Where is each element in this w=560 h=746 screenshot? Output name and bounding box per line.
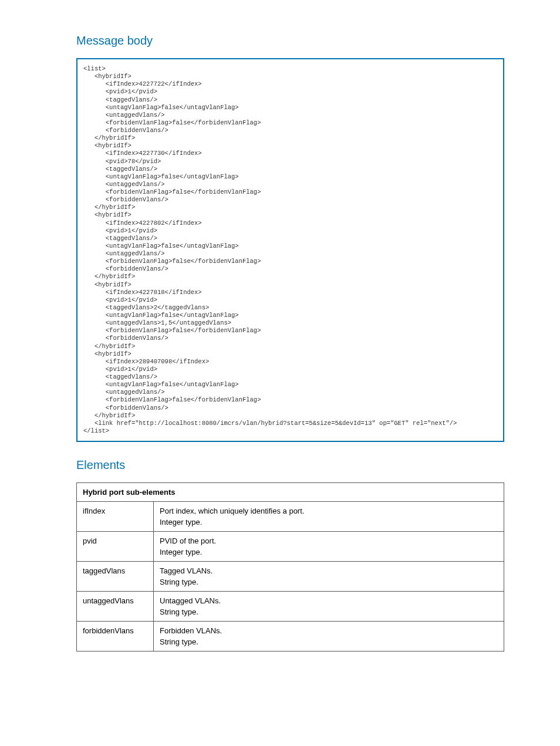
desc-line: Integer type. [160,548,498,556]
element-name: untaggedVlans [77,592,154,622]
desc-line: Untagged VLANs. [160,596,498,605]
element-desc: Port index, which uniquely identifies a … [154,502,504,532]
element-desc: PVID of the port. Integer type. [154,532,504,562]
heading-message-body: Message body [76,34,504,48]
table-row: untaggedVlans Untagged VLANs. String typ… [77,592,504,622]
table-row: pvid PVID of the port. Integer type. [77,532,504,562]
element-name: ifIndex [77,502,154,532]
element-desc: Forbidden VLANs. String type. [154,622,504,652]
desc-line: PVID of the port. [160,536,498,545]
desc-line: Tagged VLANs. [160,566,498,575]
desc-line: String type. [160,637,498,646]
table-header: Hybrid port sub-elements [77,483,504,502]
element-desc: Untagged VLANs. String type. [154,592,504,622]
desc-line: String type. [160,607,498,616]
element-desc: Tagged VLANs. String type. [154,562,504,592]
element-name: pvid [77,532,154,562]
element-name: forbiddenVlans [77,622,154,652]
elements-table: Hybrid port sub-elements ifIndex Port in… [76,482,504,652]
desc-line: Forbidden VLANs. [160,626,498,635]
table-row: forbiddenVlans Forbidden VLANs. String t… [77,622,504,652]
table-row: ifIndex Port index, which uniquely ident… [77,502,504,532]
desc-line: String type. [160,578,498,586]
desc-line: Port index, which uniquely identifies a … [160,507,498,515]
desc-line: Integer type. [160,518,498,526]
heading-elements: Elements [76,458,504,472]
element-name: taggedVlans [77,562,154,592]
code-block: <list> <hybridIf> <ifIndex>4227722</ifIn… [76,58,504,442]
table-row: taggedVlans Tagged VLANs. String type. [77,562,504,592]
